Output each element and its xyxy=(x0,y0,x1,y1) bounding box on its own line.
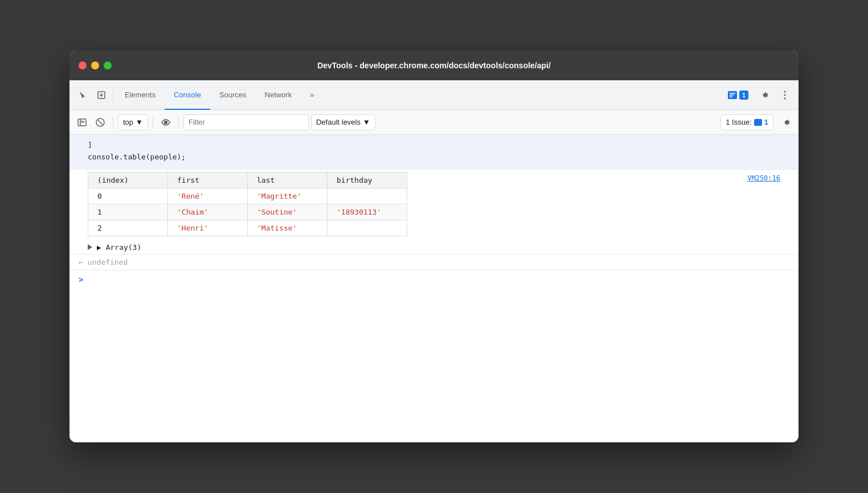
undefined-line: ← undefined xyxy=(69,254,799,270)
toolbar-divider xyxy=(113,117,113,128)
cursor-icon xyxy=(79,91,88,100)
code-block: ] console.table(people); xyxy=(69,135,799,170)
cell-birthday-0 xyxy=(327,188,407,204)
clear-icon xyxy=(96,118,105,127)
traffic-lights xyxy=(79,61,112,69)
toolbar-divider2 xyxy=(153,117,153,128)
cell-first-0: 'René' xyxy=(168,188,248,204)
svg-point-15 xyxy=(164,121,167,124)
cursor-icon-btn[interactable] xyxy=(74,86,92,104)
return-arrow-icon: ← xyxy=(79,258,83,266)
col-header-first: first xyxy=(168,172,248,188)
eye-icon-btn[interactable] xyxy=(158,114,174,130)
eye-icon xyxy=(161,118,170,127)
cell-first-2: 'Henri' xyxy=(168,220,248,236)
cell-index-2: 2 xyxy=(88,220,168,236)
console-toolbar: top ▼ Default levels ▼ 1 Issue: 1 xyxy=(69,110,799,135)
cell-birthday-2 xyxy=(327,220,407,236)
messages-badge-btn[interactable]: 1 xyxy=(723,88,753,102)
table-row: 1 'Chaim' 'Soutine' '18930113' xyxy=(88,204,407,220)
issues-count-label: 1 Issue: xyxy=(726,118,752,126)
sidebar-toggle-btn[interactable] xyxy=(74,114,90,130)
tabs-right-controls: 1 xyxy=(723,86,794,104)
console-table: (index) first last birthday 0 'René' 'Ma… xyxy=(88,172,407,236)
vm-link[interactable]: VM250:16 xyxy=(747,172,789,182)
clear-btn[interactable] xyxy=(92,114,108,130)
cell-index-0: 0 xyxy=(88,188,168,204)
maximize-button[interactable] xyxy=(104,61,112,69)
titlebar: DevTools - developer.chrome.com/docs/dev… xyxy=(69,51,799,80)
cell-index-1: 1 xyxy=(88,204,168,220)
messages-count: 1 xyxy=(739,91,748,100)
col-header-index: (index) xyxy=(88,172,168,188)
table-header-row: (index) first last birthday xyxy=(88,172,407,188)
message-icon xyxy=(728,91,737,99)
cell-birthday-1: '18930113' xyxy=(327,204,407,220)
window-title: DevTools - developer.chrome.com/docs/dev… xyxy=(317,61,551,70)
tab-elements[interactable]: Elements xyxy=(116,80,165,110)
issue-message-icon xyxy=(754,119,762,126)
code-line-2: console.table(people); xyxy=(88,151,789,163)
inspect-icon xyxy=(97,91,106,100)
sidebar-icon xyxy=(77,118,87,127)
context-selector[interactable]: top ▼ xyxy=(118,114,148,130)
more-vertical-icon xyxy=(784,91,786,100)
inspect-icon-btn[interactable] xyxy=(92,86,110,104)
issues-btn[interactable]: 1 Issue: 1 xyxy=(720,114,773,130)
cell-last-1: 'Soutine' xyxy=(248,204,327,220)
console-area: ] console.table(people); VM250:16 (index… xyxy=(69,135,799,442)
console-gear-icon xyxy=(781,118,791,127)
array-label: ▶ Array(3) xyxy=(97,243,141,252)
prompt-line[interactable]: > xyxy=(69,270,799,289)
levels-chevron-icon: ▼ xyxy=(363,118,370,126)
levels-dropdown[interactable]: Default levels ▼ xyxy=(311,114,375,130)
svg-rect-16 xyxy=(754,119,762,126)
console-settings-btn[interactable] xyxy=(778,114,794,130)
levels-label: Default levels xyxy=(316,118,361,126)
svg-point-9 xyxy=(784,97,786,99)
console-table-container: (index) first last birthday 0 'René' 'Ma… xyxy=(69,172,799,241)
undefined-value: undefined xyxy=(88,258,128,266)
cell-last-0: 'Magritte' xyxy=(248,188,327,204)
svg-point-8 xyxy=(784,94,786,96)
table-row: 2 'Henri' 'Matisse' xyxy=(88,220,407,236)
cell-last-2: 'Matisse' xyxy=(248,220,327,236)
devtools-window: DevTools - developer.chrome.com/docs/dev… xyxy=(69,51,799,442)
tab-sources[interactable]: Sources xyxy=(210,80,256,110)
tab-network[interactable]: Network xyxy=(256,80,301,110)
prompt-symbol: > xyxy=(79,275,83,284)
issues-badge: 1 xyxy=(764,118,768,126)
code-line-1: ] xyxy=(88,139,789,151)
close-button[interactable] xyxy=(79,61,87,69)
expand-arrow-icon xyxy=(88,244,92,250)
svg-point-7 xyxy=(784,91,786,92)
tab-console[interactable]: Console xyxy=(165,80,210,110)
col-header-last: last xyxy=(248,172,327,188)
svg-line-14 xyxy=(98,120,103,125)
chevron-down-icon: ▼ xyxy=(136,118,143,126)
more-options-icon-btn[interactable] xyxy=(776,86,794,104)
tabs-list: Elements Console Sources Network » xyxy=(116,80,723,109)
cell-first-1: 'Chaim' xyxy=(168,204,248,220)
array-toggle[interactable]: ▶ Array(3) xyxy=(69,241,799,254)
filter-input[interactable] xyxy=(183,114,309,130)
table-row: 0 'René' 'Magritte' xyxy=(88,188,407,204)
minimize-button[interactable] xyxy=(91,61,99,69)
col-header-birthday: birthday xyxy=(327,172,407,188)
devtools-tabbar: Elements Console Sources Network » xyxy=(69,80,799,110)
gear-icon xyxy=(760,91,769,100)
toolbar-divider3 xyxy=(178,117,179,128)
settings-icon-btn[interactable] xyxy=(755,86,773,104)
tab-more[interactable]: » xyxy=(301,80,323,110)
tab-divider xyxy=(113,88,113,102)
context-value: top xyxy=(123,118,133,126)
